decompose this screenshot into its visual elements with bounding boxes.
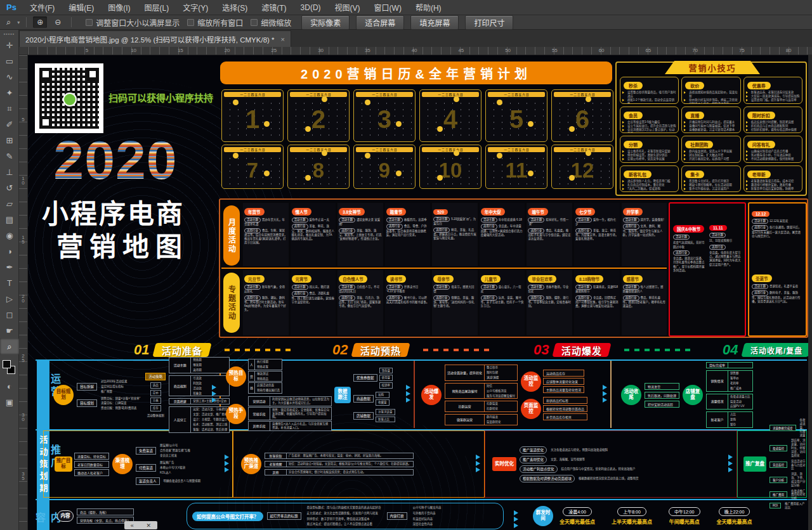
menu-item[interactable]: 图像(I) (101, 0, 137, 15)
flow-arrows-icon (212, 385, 216, 403)
option-checkbox[interactable]: 缩放所有窗口 (187, 17, 243, 28)
calendar-month-card: 一 二 三 四 五 六 日10 (419, 145, 481, 189)
close-icon[interactable]: ✕ (147, 522, 152, 529)
document-tab[interactable]: 2020小程序电商营销地图.jpg @ 12.5% (扫码可以获得小程序扶持, … (19, 30, 291, 47)
back-icon[interactable]: « (131, 522, 134, 529)
tool-button[interactable]: T (0, 275, 19, 291)
tool-button[interactable]: ▷ (0, 291, 19, 307)
tool-button[interactable]: ⌗ (0, 101, 19, 117)
wechat-icon (63, 93, 77, 107)
tip-card: 会员 会员等级设置3-5级为最佳设立专属权益日，提升会员活跃与复购会员消费频次2… (620, 107, 679, 134)
view-button[interactable]: 实际像素 (301, 15, 350, 30)
checkbox-icon[interactable] (187, 19, 194, 26)
ruler-horizontal: 5101520253035404550556065707580 (28, 47, 812, 55)
chevron-down-icon[interactable]: ▾ (17, 20, 20, 25)
document-canvas[interactable]: 扫码可以获得小程序扶持 2020 小程序电商 营销地图 2020营销日历&全年营… (28, 55, 808, 530)
year-end-promo-box: 12.12 活动主题12.12年末狂欢 适用行业各行业通用。继双11后，双12为… (748, 202, 807, 337)
realtime-optimize-node: 实时优化 (492, 457, 516, 471)
tool-button[interactable]: ⌕ (0, 339, 19, 354)
tool-button[interactable]: ◻ (0, 307, 19, 323)
tool-button[interactable]: ✎ (0, 148, 19, 164)
menu-item[interactable]: 选择(S) (215, 0, 254, 15)
option-checkbox[interactable]: 细微缩放 (251, 17, 291, 28)
ops-phase4: 活动收尾 物流发货售后跟进，问题处理积分奖励活动追踪 店铺复盘 目标完成率 销售… (621, 362, 753, 428)
view-button[interactable]: 填充屏幕 (410, 15, 459, 30)
tool-button[interactable]: ▱ (0, 196, 19, 212)
view-button[interactable]: 适合屏幕 (356, 15, 404, 30)
quick-mask-button[interactable]: ◐ (0, 378, 19, 394)
special-activity-card: 元宵节 活动主题闹元宵，猜灯谜 适用行业食品、汤圆礼盒等，线上猜灯谜互动赢券，延… (291, 270, 336, 335)
tool-button[interactable]: ▤ (0, 212, 19, 228)
tip-card: 新客礼包 进店即领新人礼包，降低首单门槛礼包商品控制成本，重在转化7天内二次触达… (620, 165, 679, 193)
zoom-tool-icon[interactable]: ⌕ (0, 17, 13, 27)
phase-dash-line (624, 349, 693, 351)
ops-phase1: 目标规划 目标拆解 对比2019年活动结果设定同比增长指标推广预算 目标规划 销… (53, 363, 230, 427)
screen-mode-button[interactable]: ▣ (0, 394, 19, 410)
close-icon[interactable]: × (281, 36, 285, 43)
phase-banner: 活动收尾/复盘 (742, 343, 808, 357)
year-end-promo-card: 12.12 活动主题12.12年末狂欢 适用行业各行业通用。继双11后，双12为… (750, 205, 804, 269)
tool-icon: T (7, 278, 12, 288)
menu-item[interactable]: 视图(V) (328, 0, 367, 15)
tool-button[interactable]: ◉ (0, 228, 19, 243)
tool-button[interactable]: ⊥ (0, 164, 19, 180)
tool-button[interactable]: ✛ (0, 37, 19, 53)
phase-number: 01 (134, 342, 149, 358)
foreground-color-swatch[interactable] (3, 360, 11, 368)
tool-button[interactable]: ☛ (0, 323, 19, 339)
tool-icon: ◑ (7, 247, 12, 256)
tool-button[interactable]: ✦ (0, 85, 19, 101)
menu-item[interactable]: 滤镜(T) (254, 0, 293, 15)
calendar-month-card: 一 二 三 四 五 六 日12 (551, 145, 613, 189)
tool-icon: ✒ (6, 262, 13, 272)
view-button[interactable]: 打印尺寸 (465, 15, 513, 30)
menu-item[interactable]: 文件(F) (23, 0, 62, 15)
menu-item[interactable]: 窗口(W) (367, 0, 409, 15)
phase-banner: 活动准备 (153, 343, 213, 357)
big-promo-card: 国庆&中秋节 活动主题 欢度气氛迎国庆，花好月圆过中秋 适用行业 全品类。旅游出… (672, 205, 707, 333)
panel-grip[interactable]: ▪▪▪▪▪ (0, 30, 18, 37)
tool-button[interactable]: ◑ (0, 243, 19, 259)
checkbox-icon[interactable] (86, 19, 93, 26)
content-phase1: 内容 商品（摄影、海报）营销海报（文案、卖点、热点借势） (57, 503, 134, 529)
calendar-month-card: 一 二 三 四 五 六 日11 (485, 145, 547, 189)
calendar-month-card: 一 二 三 四 五 六 日5 (485, 89, 547, 142)
flow-arrows-icon (728, 455, 733, 472)
zoom-in-button[interactable]: ⊕ (33, 16, 47, 28)
ruler-vertical: 5101520253035 (19, 55, 28, 530)
tool-button[interactable]: ⊞ (0, 132, 19, 148)
checkbox-icon[interactable] (251, 19, 258, 26)
tool-button[interactable]: ↺ (0, 180, 19, 196)
tools-panel: ▪▪▪▪▪ ✛▭∿✦⌗✐⊞✎⊥↺▱▤◉◑✒T▷◻☛⌕ ◐ ▣ (0, 30, 19, 530)
tip-label: 砍价 (685, 82, 704, 89)
menu-item[interactable]: 3D(D) (294, 0, 328, 15)
menu-item[interactable]: 编辑(E) (62, 0, 101, 15)
zoom-out-button[interactable]: ⊖ (51, 16, 65, 28)
tool-icon: ∿ (6, 72, 13, 82)
preheat-means-node: 预热手段 (226, 404, 246, 424)
tool-button[interactable]: ∿ (0, 69, 19, 85)
divider (610, 361, 612, 428)
tool-button[interactable]: ✒ (0, 259, 19, 275)
tool-button[interactable]: ✐ (0, 117, 19, 132)
promo-phase2: 预热推广渠道 新客获取广告投放：朋友圈广告、本地号软文；裂变：砍价、拼团、好友助… (241, 433, 414, 495)
tool-icon: ⊞ (6, 136, 13, 145)
phase-block: 04 活动收尾/复盘 (723, 342, 808, 358)
window-fragment[interactable]: « ✕ (124, 521, 157, 529)
option-checkbox[interactable]: 调整窗口大小以满屏显示 (86, 17, 180, 28)
divider (36, 359, 807, 361)
photoshop-logo: Ps (0, 3, 23, 12)
document-title: 2020小程序电商营销地图.jpg @ 12.5% (扫码可以获得小程序扶持, … (25, 34, 275, 44)
tip-card: 分销 设立推荐有礼，老客带新双向奖励佣金阶梯设置，激励头部分销员定期公布榜单，营… (620, 136, 679, 163)
menu-item[interactable]: 图层(L) (138, 0, 176, 15)
menu-item[interactable]: 帮助(H) (409, 0, 449, 15)
special-activity-card: 元旦节 活动主题新年新气象，全场启新礼 适用行业服饰、潮玩、数码等，跨年倒计时主… (243, 270, 289, 335)
special-activity-card: 8.18购物节 活动主题狂暑热卖，竞逐818暑期购物节 适用行业全品类，回馈购买… (574, 270, 620, 335)
monthly-activity-card: 开学季 活动主题迎开学，装备焕新! 适用行业文具、数码、图书、服饰等，锁定学生与… (622, 203, 667, 266)
tool-button[interactable]: ▭ (0, 53, 19, 69)
menu-item[interactable]: 文字(Y) (176, 0, 215, 15)
color-swatches[interactable] (0, 357, 18, 378)
phase-banner: 活动预热 (351, 343, 411, 357)
promo-review-node: 推广复盘 (743, 456, 766, 472)
tips-title: 营销小技巧 (665, 61, 760, 74)
